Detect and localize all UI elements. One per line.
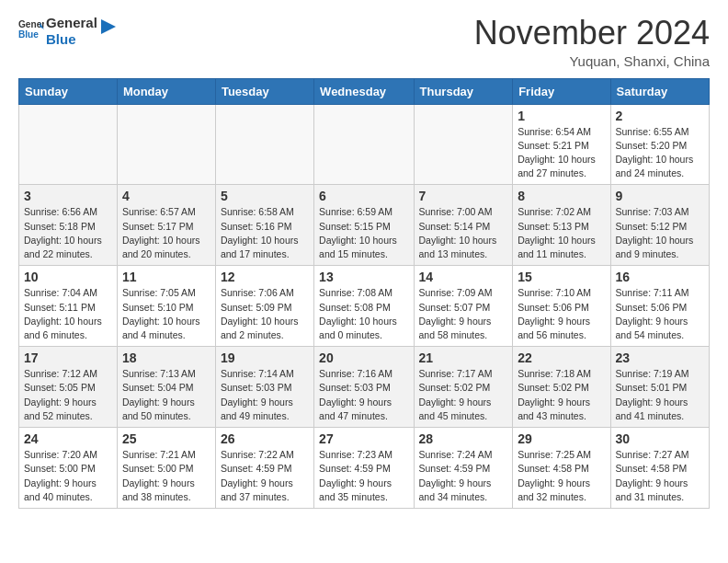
- day-cell: 29Sunrise: 7:25 AMSunset: 4:58 PMDayligh…: [513, 428, 610, 509]
- day-info: Sunrise: 7:10 AMSunset: 5:06 PMDaylight:…: [518, 286, 605, 342]
- day-cell: 7Sunrise: 7:00 AMSunset: 5:14 PMDaylight…: [414, 185, 513, 266]
- week-row-3: 10Sunrise: 7:04 AMSunset: 5:11 PMDayligh…: [19, 266, 710, 347]
- day-cell: 21Sunrise: 7:17 AMSunset: 5:02 PMDayligh…: [414, 347, 513, 428]
- week-row-4: 17Sunrise: 7:12 AMSunset: 5:05 PMDayligh…: [19, 347, 710, 428]
- day-cell: 30Sunrise: 7:27 AMSunset: 4:58 PMDayligh…: [610, 428, 709, 509]
- svg-marker-3: [101, 19, 116, 34]
- day-info: Sunrise: 6:57 AMSunset: 5:17 PMDaylight:…: [122, 205, 210, 261]
- week-row-1: 1Sunrise: 6:54 AMSunset: 5:21 PMDaylight…: [19, 104, 710, 185]
- day-info: Sunrise: 7:24 AMSunset: 4:59 PMDaylight:…: [419, 448, 508, 504]
- logo: General Blue General Blue: [18, 15, 116, 48]
- day-number: 4: [122, 189, 210, 203]
- day-info: Sunrise: 7:16 AMSunset: 5:03 PMDaylight:…: [319, 367, 408, 423]
- day-number: 25: [122, 431, 210, 446]
- day-number: 10: [24, 270, 112, 284]
- calendar-page: General Blue General Blue November 2024 …: [0, 0, 728, 523]
- day-info: Sunrise: 7:13 AMSunset: 5:04 PMDaylight:…: [122, 367, 210, 423]
- day-info: Sunrise: 7:21 AMSunset: 5:00 PMDaylight:…: [122, 448, 210, 504]
- day-cell: 17Sunrise: 7:12 AMSunset: 5:05 PMDayligh…: [19, 347, 118, 428]
- title-block: November 2024 Yuquan, Shanxi, China: [474, 15, 710, 69]
- day-cell: 24Sunrise: 7:20 AMSunset: 5:00 PMDayligh…: [19, 428, 118, 509]
- day-info: Sunrise: 7:05 AMSunset: 5:10 PMDaylight:…: [122, 286, 210, 342]
- day-info: Sunrise: 7:12 AMSunset: 5:05 PMDaylight:…: [24, 367, 112, 423]
- day-number: 11: [122, 270, 210, 284]
- day-info: Sunrise: 7:00 AMSunset: 5:14 PMDaylight:…: [419, 205, 508, 261]
- day-info: Sunrise: 6:58 AMSunset: 5:16 PMDaylight:…: [221, 205, 309, 261]
- day-cell: [19, 104, 118, 185]
- day-cell: 27Sunrise: 7:23 AMSunset: 4:59 PMDayligh…: [314, 428, 414, 509]
- day-cell: 25Sunrise: 7:21 AMSunset: 5:00 PMDayligh…: [117, 428, 215, 509]
- logo-general-text: General: [46, 15, 97, 30]
- day-number: 9: [616, 189, 704, 203]
- day-cell: 26Sunrise: 7:22 AMSunset: 4:59 PMDayligh…: [215, 428, 313, 509]
- day-info: Sunrise: 7:08 AMSunset: 5:08 PMDaylight:…: [319, 286, 408, 342]
- day-info: Sunrise: 7:25 AMSunset: 4:58 PMDaylight:…: [518, 448, 605, 504]
- day-info: Sunrise: 7:19 AMSunset: 5:01 PMDaylight:…: [616, 367, 704, 423]
- day-cell: 13Sunrise: 7:08 AMSunset: 5:08 PMDayligh…: [314, 266, 414, 347]
- day-number: 23: [616, 350, 704, 365]
- day-info: Sunrise: 6:54 AMSunset: 5:21 PMDaylight:…: [518, 125, 605, 181]
- day-cell: 11Sunrise: 7:05 AMSunset: 5:10 PMDayligh…: [117, 266, 215, 347]
- day-number: 13: [319, 270, 408, 284]
- day-cell: 6Sunrise: 6:59 AMSunset: 5:15 PMDaylight…: [314, 185, 414, 266]
- day-info: Sunrise: 7:23 AMSunset: 4:59 PMDaylight:…: [319, 448, 408, 504]
- weekday-header-friday: Friday: [513, 78, 610, 104]
- day-number: 15: [518, 270, 605, 284]
- day-cell: 23Sunrise: 7:19 AMSunset: 5:01 PMDayligh…: [610, 347, 709, 428]
- weekday-header-sunday: Sunday: [19, 78, 118, 104]
- day-number: 1: [518, 109, 605, 123]
- day-cell: [314, 104, 414, 185]
- weekday-header-tuesday: Tuesday: [215, 78, 313, 104]
- day-cell: [215, 104, 313, 185]
- day-number: 26: [221, 431, 309, 446]
- day-cell: 9Sunrise: 7:03 AMSunset: 5:12 PMDaylight…: [610, 185, 709, 266]
- weekday-header-saturday: Saturday: [610, 78, 709, 104]
- day-number: 27: [319, 431, 408, 446]
- day-number: 18: [122, 350, 210, 365]
- day-cell: [117, 104, 215, 185]
- day-info: Sunrise: 6:55 AMSunset: 5:20 PMDaylight:…: [616, 125, 704, 181]
- day-info: Sunrise: 6:59 AMSunset: 5:15 PMDaylight:…: [319, 205, 408, 261]
- day-cell: 5Sunrise: 6:58 AMSunset: 5:16 PMDaylight…: [215, 185, 313, 266]
- weekday-header-monday: Monday: [117, 78, 215, 104]
- day-cell: 3Sunrise: 6:56 AMSunset: 5:18 PMDaylight…: [19, 185, 118, 266]
- day-info: Sunrise: 7:06 AMSunset: 5:09 PMDaylight:…: [221, 286, 309, 342]
- location: Yuquan, Shanxi, China: [474, 53, 710, 69]
- day-info: Sunrise: 7:22 AMSunset: 4:59 PMDaylight:…: [221, 448, 309, 504]
- day-number: 30: [616, 431, 704, 446]
- day-number: 29: [518, 431, 605, 446]
- day-cell: 8Sunrise: 7:02 AMSunset: 5:13 PMDaylight…: [513, 185, 610, 266]
- day-cell: 28Sunrise: 7:24 AMSunset: 4:59 PMDayligh…: [414, 428, 513, 509]
- day-number: 5: [221, 189, 309, 203]
- month-title: November 2024: [474, 15, 710, 52]
- day-cell: [414, 104, 513, 185]
- day-info: Sunrise: 6:56 AMSunset: 5:18 PMDaylight:…: [24, 205, 112, 261]
- day-info: Sunrise: 7:04 AMSunset: 5:11 PMDaylight:…: [24, 286, 112, 342]
- logo-arrow-icon: [101, 14, 116, 40]
- weekday-header-row: SundayMondayTuesdayWednesdayThursdayFrid…: [19, 78, 710, 104]
- day-info: Sunrise: 7:09 AMSunset: 5:07 PMDaylight:…: [419, 286, 508, 342]
- day-info: Sunrise: 7:02 AMSunset: 5:13 PMDaylight:…: [518, 205, 605, 261]
- week-row-5: 24Sunrise: 7:20 AMSunset: 5:00 PMDayligh…: [19, 428, 710, 509]
- day-number: 22: [518, 350, 605, 365]
- day-number: 20: [319, 350, 408, 365]
- day-number: 2: [616, 109, 704, 123]
- day-cell: 1Sunrise: 6:54 AMSunset: 5:21 PMDaylight…: [513, 104, 610, 185]
- header: General Blue General Blue November 2024 …: [18, 15, 710, 69]
- week-row-2: 3Sunrise: 6:56 AMSunset: 5:18 PMDaylight…: [19, 185, 710, 266]
- day-cell: 10Sunrise: 7:04 AMSunset: 5:11 PMDayligh…: [19, 266, 118, 347]
- day-cell: 22Sunrise: 7:18 AMSunset: 5:02 PMDayligh…: [513, 347, 610, 428]
- logo-blue-text: Blue: [46, 31, 97, 48]
- day-info: Sunrise: 7:03 AMSunset: 5:12 PMDaylight:…: [616, 205, 704, 261]
- day-number: 14: [419, 270, 508, 284]
- svg-text:Blue: Blue: [18, 29, 39, 40]
- weekday-header-wednesday: Wednesday: [314, 78, 414, 104]
- weekday-header-thursday: Thursday: [414, 78, 513, 104]
- day-number: 8: [518, 189, 605, 203]
- day-number: 17: [24, 350, 112, 365]
- day-number: 16: [616, 270, 704, 284]
- day-cell: 20Sunrise: 7:16 AMSunset: 5:03 PMDayligh…: [314, 347, 414, 428]
- day-number: 21: [419, 350, 508, 365]
- day-cell: 19Sunrise: 7:14 AMSunset: 5:03 PMDayligh…: [215, 347, 313, 428]
- day-info: Sunrise: 7:11 AMSunset: 5:06 PMDaylight:…: [616, 286, 704, 342]
